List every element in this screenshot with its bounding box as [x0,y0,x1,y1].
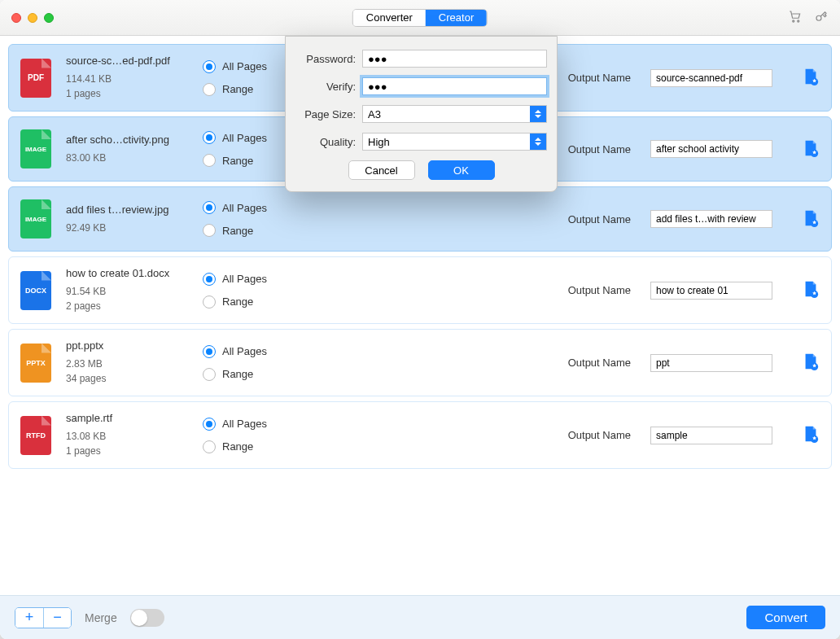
all-pages-label: All Pages [222,132,267,144]
key-icon[interactable] [814,9,829,26]
file-name: sample.rtf [66,412,188,424]
file-row[interactable]: DOCXhow to create 01.docx91.54 KB2 pages… [8,256,832,324]
file-name: add files t…review.jpg [66,204,188,216]
all-pages-radio[interactable]: All Pages [203,201,357,214]
quality-select[interactable]: High [362,133,547,151]
range-radio[interactable]: Range [203,224,357,237]
output-name-input[interactable] [650,210,772,228]
output-name-label: Output Name [568,72,631,84]
file-meta: ppt.pptx2.83 MB34 pages [66,339,188,386]
file-meta: after scho…ctivity.png83.00 KB [66,133,188,165]
quality-value: High [368,136,390,148]
app-window: Converter Creator PDFsource-sc…ed-pdf.pd… [0,0,840,639]
output-name-label: Output Name [568,284,631,296]
radio-dot-icon [203,83,216,96]
chevron-updown-icon [530,133,546,150]
file-settings-icon[interactable] [802,209,820,230]
file-type-icon: RTFD [20,416,51,455]
file-settings-icon[interactable] [802,139,820,160]
file-row[interactable]: PPTXppt.pptx2.83 MB34 pagesAll PagesRang… [8,329,832,396]
all-pages-radio[interactable]: All Pages [203,273,357,286]
file-pages: 34 pages [66,371,188,386]
svg-point-2 [816,15,821,20]
range-label: Range [222,225,253,237]
radio-dot-icon [203,224,216,237]
svg-point-1 [798,20,799,22]
file-name: how to create 01.docx [66,267,188,279]
range-radio[interactable]: Range [203,440,357,453]
chevron-updown-icon [530,106,546,122]
file-pages: 1 pages [66,444,188,458]
page-size-value: A3 [368,108,381,120]
radio-dot-icon [203,154,216,167]
minimize-window-button[interactable] [28,13,37,23]
convert-button[interactable]: Convert [746,606,825,629]
all-pages-label: All Pages [222,202,267,214]
file-settings-icon[interactable] [802,280,820,300]
radio-dot-icon [203,131,216,144]
file-settings-icon[interactable] [802,68,820,88]
file-size: 91.54 KB [66,284,188,299]
file-size: 92.49 KB [66,221,188,235]
password-field[interactable] [362,50,547,68]
radio-dot-icon [203,345,216,358]
merge-label: Merge [85,611,117,624]
svg-point-0 [793,20,794,22]
settings-dialog: Password: Verify: Page Size: A3 Quality:… [285,36,558,192]
zoom-window-button[interactable] [44,13,54,23]
file-settings-icon[interactable] [802,425,820,445]
output-name-label: Output Name [568,143,631,155]
cart-icon[interactable] [788,9,803,26]
remove-file-button[interactable]: − [43,608,71,628]
file-row[interactable]: RTFDsample.rtf13.08 KB1 pagesAll PagesRa… [8,401,832,469]
file-name: after scho…ctivity.png [66,133,188,146]
output-name-input[interactable] [650,282,772,300]
file-meta: add files t…review.jpg92.49 KB [66,204,188,235]
file-settings-icon[interactable] [802,352,820,373]
all-pages-radio[interactable]: All Pages [203,345,357,358]
ok-button[interactable]: OK [428,160,495,180]
file-size: 83.00 KB [66,151,188,165]
all-pages-radio[interactable]: All Pages [203,418,357,431]
range-label: Range [222,155,253,167]
all-pages-label: All Pages [222,60,267,72]
file-size: 13.08 KB [66,429,188,444]
merge-toggle[interactable] [130,609,164,627]
tab-converter[interactable]: Converter [353,10,426,26]
titlebar: Converter Creator [0,0,840,36]
output-name-input[interactable] [650,69,772,87]
add-file-button[interactable]: + [15,608,43,628]
range-label: Range [222,440,253,453]
verify-field[interactable] [362,77,547,95]
radio-dot-icon [203,201,216,214]
file-type-icon: IMAGE [20,199,51,239]
tab-creator[interactable]: Creator [426,10,487,26]
file-type-icon: DOCX [20,271,51,310]
close-window-button[interactable] [11,13,21,23]
output-name-input[interactable] [650,427,772,444]
file-meta: how to create 01.docx91.54 KB2 pages [66,267,188,313]
cancel-button[interactable]: Cancel [348,160,415,180]
output-name-label: Output Name [568,213,631,225]
file-row[interactable]: IMAGEadd files t…review.jpg92.49 KBAll P… [8,186,832,252]
range-radio[interactable]: Range [203,295,357,309]
range-label: Range [222,368,253,380]
mode-segmented-control: Converter Creator [352,9,488,27]
file-size: 114.41 KB [66,72,188,86]
window-controls [11,13,54,23]
range-label: Range [222,83,253,95]
range-radio[interactable]: Range [203,368,357,381]
file-type-icon: IMAGE [20,129,51,169]
file-type-icon: PPTX [20,344,51,383]
output-name-input[interactable] [650,140,772,158]
file-name: ppt.pptx [66,339,188,352]
file-pages: 2 pages [66,299,188,313]
file-meta: source-sc…ed-pdf.pdf114.41 KB1 pages [66,55,188,101]
all-pages-label: All Pages [222,418,267,430]
add-remove-group: + − [15,607,72,628]
output-name-input[interactable] [650,354,772,372]
page-size-select[interactable]: A3 [362,105,547,123]
verify-label: Verify: [295,81,356,93]
radio-dot-icon [203,60,216,73]
page-size-label: Page Size: [295,108,356,120]
